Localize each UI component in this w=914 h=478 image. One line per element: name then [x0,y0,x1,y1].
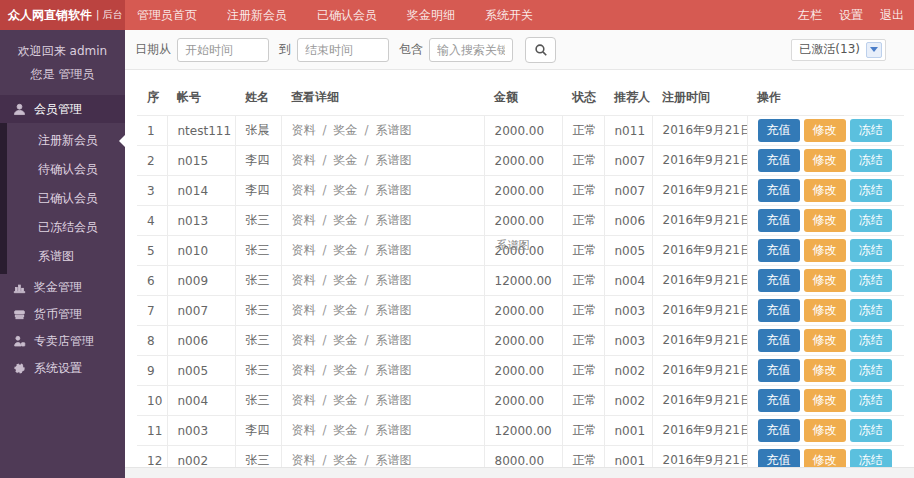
bonus-link[interactable]: 奖金 [334,453,358,467]
submenu-item[interactable]: 注册新会员 [0,126,125,155]
top-nav-link[interactable]: 系统开关 [485,7,533,24]
keyword-input[interactable] [429,38,513,62]
bonus-link[interactable]: 奖金 [334,303,358,317]
freeze-button[interactable]: 冻结 [850,119,892,142]
modify-button[interactable]: 修改 [804,359,846,382]
date-to-input[interactable] [297,38,389,62]
profile-link[interactable]: 资料 [292,303,316,317]
bonus-link[interactable]: 奖金 [334,213,358,227]
genealogy-link[interactable]: 系谱图 [376,123,412,137]
recharge-button[interactable]: 充值 [758,149,800,172]
modify-button[interactable]: 修改 [804,299,846,322]
sidebar-item-currency-management[interactable]: 货币管理 [0,301,125,328]
sidebar-item-store-management[interactable]: 专卖店管理 [0,328,125,355]
profile-link[interactable]: 资料 [292,363,316,377]
genealogy-link[interactable]: 系谱图 [376,183,412,197]
recharge-button[interactable]: 充值 [758,119,800,142]
freeze-button[interactable]: 冻结 [850,389,892,412]
profile-link[interactable]: 资料 [292,153,316,167]
submenu-item[interactable]: 系谱图 [0,242,125,271]
freeze-button[interactable]: 冻结 [850,149,892,172]
genealogy-link[interactable]: 系谱图 [376,423,412,437]
modify-button[interactable]: 修改 [804,209,846,232]
freeze-button[interactable]: 冻结 [850,299,892,322]
recharge-button[interactable]: 充值 [758,299,800,322]
freeze-button[interactable]: 冻结 [850,239,892,262]
bonus-link[interactable]: 奖金 [334,273,358,287]
profile-link[interactable]: 资料 [292,123,316,137]
freeze-button[interactable]: 冻结 [850,359,892,382]
profile-link[interactable]: 资料 [292,453,316,467]
dropdown-arrow-box[interactable] [866,42,882,58]
genealogy-link[interactable]: 系谱图 [376,453,412,467]
modify-button[interactable]: 修改 [804,329,846,352]
modify-button[interactable]: 修改 [804,149,846,172]
recharge-button[interactable]: 充值 [758,179,800,202]
profile-link[interactable]: 资料 [292,273,316,287]
amount-value: 2000.00 [495,214,545,228]
cell-account: n006 [167,326,235,356]
profile-link[interactable]: 资料 [292,183,316,197]
profile-link[interactable]: 资料 [292,393,316,407]
genealogy-link[interactable]: 系谱图 [376,273,412,287]
modify-button[interactable]: 修改 [804,119,846,142]
sidebar-item-bonus-management[interactable]: 奖金管理 [0,274,125,301]
cell-account: n004 [167,386,235,416]
recharge-button[interactable]: 充值 [758,389,800,412]
genealogy-link[interactable]: 系谱图 [376,213,412,227]
search-button[interactable] [525,37,556,63]
bonus-link[interactable]: 奖金 [334,423,358,437]
submenu-item[interactable]: 待确认会员 [0,155,125,184]
genealogy-link[interactable]: 系谱图 [376,243,412,257]
modify-button[interactable]: 修改 [804,179,846,202]
top-right-link[interactable]: 退出 [880,7,904,24]
freeze-button[interactable]: 冻结 [850,269,892,292]
genealogy-link[interactable]: 系谱图 [376,333,412,347]
bonus-link[interactable]: 奖金 [334,153,358,167]
member-submenu: 注册新会员待确认会员已确认会员已冻结会员系谱图 [0,123,125,274]
top-nav-link[interactable]: 已确认会员 [317,7,377,24]
bonus-link[interactable]: 奖金 [334,183,358,197]
top-nav-link[interactable]: 注册新会员 [227,7,287,24]
genealogy-link[interactable]: 系谱图 [376,303,412,317]
freeze-button[interactable]: 冻结 [850,179,892,202]
top-nav-link[interactable]: 管理员首页 [137,7,197,24]
profile-link[interactable]: 资料 [292,243,316,257]
status-filter-select[interactable]: 已激活(13) [791,39,886,61]
bonus-link[interactable]: 奖金 [334,393,358,407]
table-row: 5 n010 张三 资料/奖金/系谱图 2000.00系谱图 正常 n005 2… [137,236,904,266]
date-from-input[interactable] [177,38,269,62]
top-right-link[interactable]: 设置 [839,7,863,24]
sidebar-item-member-management[interactable]: 会员管理 [0,95,125,123]
genealogy-link[interactable]: 系谱图 [376,393,412,407]
submenu-item[interactable]: 已确认会员 [0,184,125,213]
profile-link[interactable]: 资料 [292,423,316,437]
tooltip-artifact: 系谱图 [497,238,530,253]
recharge-button[interactable]: 充值 [758,209,800,232]
modify-button[interactable]: 修改 [804,419,846,442]
bonus-link[interactable]: 奖金 [334,123,358,137]
bonus-link[interactable]: 奖金 [334,363,358,377]
freeze-button[interactable]: 冻结 [850,329,892,352]
top-right-link[interactable]: 左栏 [798,7,822,24]
modify-button[interactable]: 修改 [804,269,846,292]
submenu-item[interactable]: 已冻结会员 [0,213,125,242]
genealogy-link[interactable]: 系谱图 [376,363,412,377]
modify-button[interactable]: 修改 [804,389,846,412]
freeze-button[interactable]: 冻结 [850,209,892,232]
recharge-button[interactable]: 充值 [758,359,800,382]
genealogy-link[interactable]: 系谱图 [376,153,412,167]
profile-link[interactable]: 资料 [292,333,316,347]
modify-button[interactable]: 修改 [804,239,846,262]
recharge-button[interactable]: 充值 [758,239,800,262]
recharge-button[interactable]: 充值 [758,329,800,352]
cell-reg-date: 2016年9月21日 [652,416,747,446]
bonus-link[interactable]: 奖金 [334,243,358,257]
recharge-button[interactable]: 充值 [758,269,800,292]
bonus-link[interactable]: 奖金 [334,333,358,347]
top-nav-link[interactable]: 奖金明细 [407,7,455,24]
recharge-button[interactable]: 充值 [758,419,800,442]
sidebar-item-system-settings[interactable]: 系统设置 [0,355,125,382]
profile-link[interactable]: 资料 [292,213,316,227]
freeze-button[interactable]: 冻结 [850,419,892,442]
